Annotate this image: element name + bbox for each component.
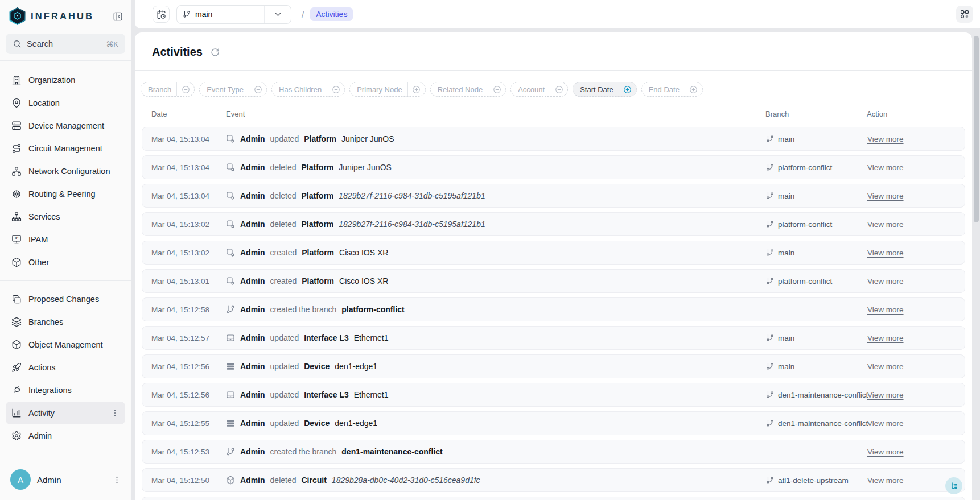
event-verb: created (270, 248, 297, 257)
event-object-link[interactable]: Ethernet1 (354, 333, 389, 342)
circle-plus-icon[interactable] (176, 82, 194, 96)
row-branch: platform-conflict (766, 220, 867, 229)
view-more-link[interactable]: View more (867, 448, 904, 456)
sidebar-item-services[interactable]: Services (6, 205, 125, 228)
filter-chip-related-node[interactable]: Related Node (430, 82, 507, 97)
row-action: View more (867, 247, 957, 258)
row-event: Admin created Platform Cisco IOS XR (226, 248, 766, 257)
filter-chip-has-children[interactable]: Has Children (271, 82, 345, 97)
circle-plus-icon[interactable] (407, 82, 425, 96)
filter-chip-end-date[interactable]: End Date (641, 82, 703, 97)
user-menu[interactable]: A Admin (0, 469, 131, 500)
circle-plus-icon[interactable] (685, 82, 702, 96)
schema-button[interactable] (956, 6, 973, 23)
device-icon (226, 362, 235, 371)
interface-icon (226, 390, 235, 399)
view-more-link[interactable]: View more (867, 277, 904, 286)
row-branch: platform-conflict (766, 163, 867, 172)
event-actor: Admin (240, 333, 265, 342)
filter-chip-branch[interactable]: Branch (141, 82, 195, 97)
branch-selector-expand[interactable] (264, 6, 291, 23)
proposed-changes-icon (11, 294, 22, 304)
event-object-link[interactable]: Cisco IOS XR (339, 276, 388, 286)
event-object-link[interactable]: den1-edge1 (335, 362, 377, 371)
circle-plus-icon[interactable] (488, 82, 505, 96)
filter-chip-event-type[interactable]: Event Type (199, 82, 267, 97)
panel-collapse-icon[interactable] (113, 11, 123, 22)
event-object-link[interactable]: Juniper JunOS (339, 163, 392, 172)
row-date: Mar 04, 15:13:04 (151, 135, 226, 143)
refresh-icon[interactable] (211, 48, 220, 57)
sidebar-item-admin[interactable]: Admin (6, 424, 125, 447)
event-verb: updated (270, 390, 299, 399)
kebab-icon[interactable] (112, 475, 122, 485)
view-more-link[interactable]: View more (867, 192, 904, 200)
event-object-link[interactable]: Juniper JunOS (341, 134, 394, 143)
git-branch-icon (226, 305, 235, 314)
sidebar-item-other[interactable]: Other (6, 251, 125, 274)
sidebar-item-organization[interactable]: Organization (6, 69, 125, 92)
filter-chip-start-date[interactable]: Start Date (573, 82, 637, 97)
sidebar-item-branches[interactable]: Branches (6, 311, 125, 333)
time-travel-button[interactable] (153, 6, 170, 23)
git-branch-icon (226, 447, 235, 456)
sidebar-item-label: Network Configuration (28, 167, 110, 176)
row-event: Admin updated Device den1-edge1 (226, 362, 766, 371)
filter-chip-primary-node[interactable]: Primary Node (349, 82, 425, 97)
row-date: Mar 04, 15:12:56 (151, 362, 226, 371)
sidebar-item-circuit-management[interactable]: Circuit Management (6, 137, 125, 160)
sidebar-item-label: Device Management (28, 121, 104, 130)
view-more-link[interactable]: View more (867, 334, 904, 342)
search-shortcut: ⌘K (106, 40, 118, 48)
event-object-link[interactable]: 1829b27f-2116-c984-31db-c5195af121b1 (339, 191, 485, 200)
view-more-link[interactable]: View more (867, 419, 904, 428)
view-more-link[interactable]: View more (867, 391, 904, 399)
filter-chip-account[interactable]: Account (510, 82, 568, 97)
branch-selector[interactable]: main (176, 5, 291, 24)
sidebar-item-ipam[interactable]: IP IPAM (6, 228, 125, 251)
circle-plus-icon[interactable] (550, 82, 567, 96)
sidebar-item-routing-peering[interactable]: Routing & Peering (6, 183, 125, 205)
view-more-link[interactable]: View more (867, 249, 904, 257)
search-input[interactable]: Search ⌘K (6, 34, 125, 54)
sidebar-item-device-management[interactable]: Device Management (6, 114, 125, 137)
branch-name: main (778, 192, 794, 200)
circle-plus-icon[interactable] (249, 82, 266, 96)
event-object-link[interactable]: platform-conflict (341, 305, 404, 314)
row-event: Admin updated Interface L3 Ethernet1 (226, 390, 766, 399)
view-more-link[interactable]: View more (867, 362, 904, 371)
node-icon (226, 276, 235, 286)
circle-plus-icon[interactable] (619, 82, 636, 96)
view-more-link[interactable]: View more (867, 135, 904, 143)
sidebar-item-integrations[interactable]: Integrations (6, 379, 125, 402)
event-object-link[interactable]: Cisco IOS XR (339, 248, 388, 257)
event-object-link[interactable]: 1829b28a-db0c-40d2-31d0-c516cea9d1fc (332, 476, 480, 485)
view-more-link[interactable]: View more (867, 163, 904, 172)
row-event: Admin deleted Platform 1829b27f-2116-c98… (226, 191, 766, 200)
sidebar-item-label: Admin (28, 431, 52, 440)
event-object-link[interactable]: den1-maintenance-conflict (341, 447, 442, 456)
sidebar-item-location[interactable]: Location (6, 92, 125, 114)
tree-view-button[interactable] (945, 477, 962, 494)
services-icon (11, 212, 22, 222)
sidebar-item-network-configuration[interactable]: Network Configuration (6, 160, 125, 183)
vertical-scrollbar[interactable] (974, 36, 979, 222)
event-object-link[interactable]: Ethernet1 (354, 390, 389, 399)
device-icon (226, 419, 235, 428)
network-configuration-icon (11, 166, 22, 176)
view-more-link[interactable]: View more (867, 220, 904, 229)
sidebar-item-object-management[interactable]: Object Management (6, 333, 125, 356)
circle-plus-icon[interactable] (327, 82, 344, 96)
git-branch-icon (766, 476, 774, 484)
breadcrumb-current[interactable]: Activities (310, 7, 353, 21)
event-object-link[interactable]: 1829b27f-2116-c984-31db-c5195af121b1 (339, 220, 485, 229)
column-header-event: Event (226, 110, 765, 118)
divider (135, 70, 972, 71)
view-more-link[interactable]: View more (867, 476, 904, 485)
event-object-link[interactable]: den1-edge1 (335, 419, 377, 428)
kebab-icon[interactable] (110, 408, 120, 418)
view-more-link[interactable]: View more (867, 305, 904, 314)
sidebar-item-actions[interactable]: Actions (6, 356, 125, 379)
sidebar-item-proposed-changes[interactable]: Proposed Changes (6, 288, 125, 311)
sidebar-item-activity[interactable]: Activity (6, 402, 125, 424)
